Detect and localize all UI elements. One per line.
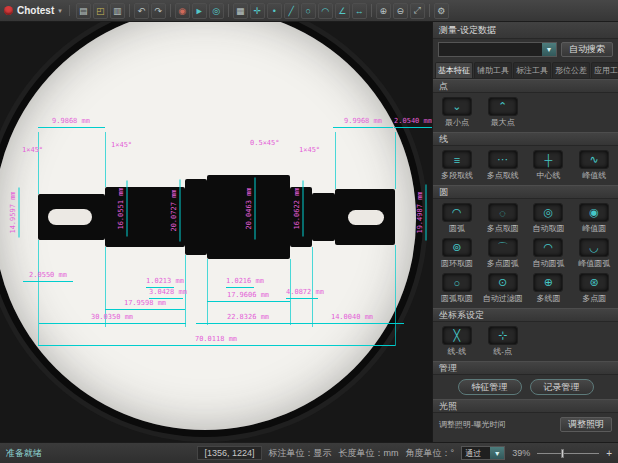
chevron-down-icon[interactable]: ▼ (542, 43, 556, 56)
angle-tool-icon[interactable]: ∠ (335, 3, 350, 19)
save-icon[interactable]: ▥ (110, 3, 125, 19)
point-tool-icon[interactable]: • (267, 3, 282, 19)
tool-button[interactable]: ⋯多点取线 (480, 148, 526, 183)
slider-handle[interactable] (561, 449, 564, 458)
tool-button[interactable]: ◌多点取圆 (480, 201, 526, 236)
dimension-label: 0.5×45° (250, 139, 280, 148)
line-tool-icon[interactable]: ╱ (284, 3, 299, 19)
tool-button[interactable]: ◠圆弧 (434, 201, 480, 236)
app-logo[interactable]: Chotest ▾ (4, 5, 70, 16)
crosshair-icon[interactable]: ✛ (250, 3, 265, 19)
tool-button[interactable]: ⊚圆环取圆 (434, 236, 480, 271)
dimension-label: 19.4987 mm (416, 185, 427, 241)
tool-button[interactable]: ⊕多线圆 (526, 271, 572, 306)
tool-icon: ⊛ (579, 273, 609, 292)
shaft-slot-hole (48, 209, 92, 225)
feature-manage-button[interactable]: 特征管理 (458, 379, 522, 395)
tool-label: 峰值线 (571, 170, 617, 181)
arc-tool-icon[interactable]: ◠ (318, 3, 333, 19)
tool-icon: ⊹ (488, 326, 518, 345)
main-area: 9.9868 mm9.9968 mm2.0540 mm1×45°1×45°0.5… (0, 22, 618, 442)
grid-icon[interactable]: ▦ (233, 3, 248, 19)
measurement-drawing: 9.9868 mm9.9968 mm2.0540 mm1×45°1×45°0.5… (0, 22, 432, 442)
tool-button[interactable]: ┼中心线 (526, 148, 572, 183)
tool-button[interactable]: ○圆弧取圆 (434, 271, 480, 306)
dimension-label: 9.9968 mm (333, 117, 393, 128)
dimension-label: 16.0551 mm (117, 181, 128, 237)
plus-icon[interactable]: + (606, 448, 612, 459)
tool-label: 圆环取圆 (434, 258, 480, 269)
dimension-label: 1.0216 mm (226, 277, 254, 288)
search-row: ▼ 自动搜索 (433, 39, 618, 60)
pass-filter-select[interactable]: 通过 ▼ (461, 446, 505, 460)
right-panel: 测量-设定数据 ▼ 自动搜索 基本特征辅助工具标注工具形位公差应用工具 点⌄最小… (432, 22, 618, 442)
feature-select[interactable]: ▼ (438, 42, 557, 57)
dimension-label: 1×45° (111, 141, 132, 150)
circle-tool-icon[interactable]: ○ (301, 3, 316, 19)
zoom-out-icon[interactable]: ⊖ (393, 3, 408, 19)
shaft-silhouette-segment (185, 179, 207, 255)
auto-search-button[interactable]: 自动搜索 (561, 42, 613, 57)
menu-icon[interactable]: ▤ (76, 3, 91, 19)
tab-4[interactable]: 形位公差 (552, 62, 590, 78)
tool-button[interactable]: ⌃最大点 (480, 95, 526, 130)
dimension-label: 14.9597 mm (9, 188, 20, 238)
section-header: 点 (433, 79, 618, 93)
tab-5[interactable]: 应用工具 (591, 62, 618, 78)
dimension-label: 4.0872 mm (286, 288, 318, 299)
camera-icon[interactable]: ◉ (175, 3, 190, 19)
tool-button[interactable]: ◡峰值圆弧 (571, 236, 617, 271)
record-manage-button[interactable]: 记录管理 (530, 379, 594, 395)
open-file-icon[interactable]: ◰ (93, 3, 108, 19)
toolbar-separator (429, 4, 430, 17)
slider-track (537, 453, 599, 454)
tool-button[interactable]: ⊹线-点 (480, 324, 526, 359)
camera-viewport[interactable]: 9.9868 mm9.9968 mm2.0540 mm1×45°1×45°0.5… (0, 22, 432, 442)
tab-3[interactable]: 标注工具 (513, 62, 551, 78)
dimension-extension-line (395, 132, 396, 189)
chevron-down-icon[interactable]: ▼ (490, 447, 504, 459)
tool-button[interactable]: ◎自动取圆 (526, 201, 572, 236)
tool-button[interactable]: ⌄最小点 (434, 95, 480, 130)
dimension-label: 17.9606 mm (207, 291, 290, 302)
dimension-label: 1.0213 mm (146, 277, 174, 288)
tool-label: 中心线 (526, 170, 572, 181)
section-header: 线 (433, 132, 618, 146)
tool-button[interactable]: ⌒多点圆弧 (480, 236, 526, 271)
shaft-silhouette-segment (312, 193, 335, 241)
tool-icon: ╳ (442, 326, 472, 345)
dimension-label: 9.9868 mm (38, 117, 105, 128)
tab-1[interactable]: 基本特征 (435, 62, 473, 78)
dimension-label: 30.0350 mm (39, 313, 186, 324)
tool-grid: ◠圆弧◌多点取圆◎自动取圆◉峰值圆⊚圆环取圆⌒多点圆弧◠自动圆弧◡峰值圆弧○圆弧… (433, 199, 618, 308)
dimension-extension-line (38, 132, 39, 194)
zoom-in-icon[interactable]: ⊕ (376, 3, 391, 19)
tool-button[interactable]: ⊛多点圆 (571, 271, 617, 306)
chevron-down-icon: ▾ (58, 7, 62, 15)
tool-icon: ◡ (579, 238, 609, 257)
tool-button[interactable]: ◉峰值圆 (571, 201, 617, 236)
tool-button[interactable]: ◠自动圆弧 (526, 236, 572, 271)
tool-icon: ⌄ (442, 97, 472, 116)
tool-button[interactable]: ∿峰值线 (571, 148, 617, 183)
tab-2[interactable]: 辅助工具 (474, 62, 512, 78)
fit-view-icon[interactable]: ⤢ (410, 3, 425, 19)
tool-button[interactable]: ╳线-线 (434, 324, 480, 359)
tool-label: 最大点 (480, 117, 526, 128)
capture-icon[interactable]: ◎ (209, 3, 224, 19)
live-video-icon[interactable]: ► (192, 3, 207, 19)
tool-button[interactable]: ⊙自动过滤圆 (480, 271, 526, 306)
toolbar-icons: ▤◰▥↶↷◉►◎▦✛•╱○◠∠↔⊕⊖⤢⚙ (76, 3, 449, 19)
tool-label: 自动取圆 (526, 223, 572, 234)
tool-button[interactable]: ≡多段取线 (434, 148, 480, 183)
settings-icon[interactable]: ⚙ (434, 3, 449, 19)
light-slider[interactable] (537, 448, 599, 459)
redo-icon[interactable]: ↷ (151, 3, 166, 19)
top-toolbar: Chotest ▾ ▤◰▥↶↷◉►◎▦✛•╱○◠∠↔⊕⊖⤢⚙ (0, 0, 618, 22)
dimension-label: 20.0727 mm (170, 180, 181, 242)
adjust-light-button[interactable]: 调整照明 (560, 417, 612, 432)
distance-tool-icon[interactable]: ↔ (352, 3, 367, 19)
logo-dot-icon (4, 6, 13, 15)
tool-label: 多点圆 (571, 293, 617, 304)
undo-icon[interactable]: ↶ (134, 3, 149, 19)
